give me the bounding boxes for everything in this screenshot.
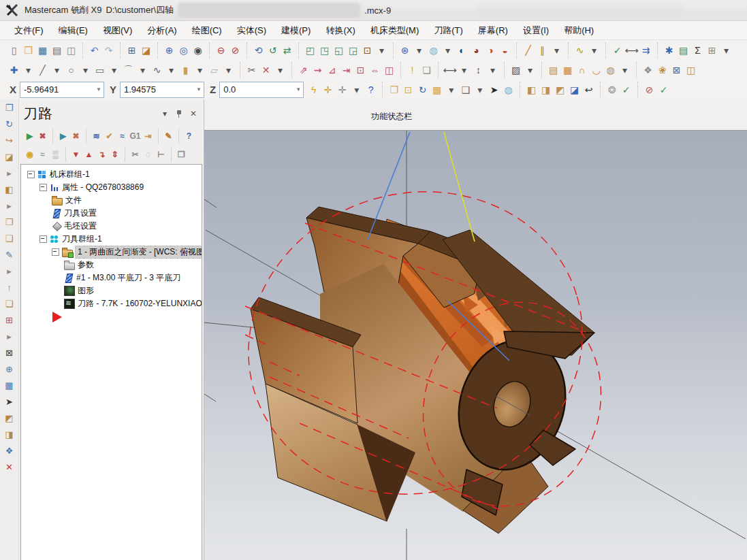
translucent-icon[interactable]: ◕ — [469, 43, 483, 57]
toolpath-help-icon[interactable]: ? — [182, 129, 195, 142]
open-file-icon[interactable]: ❒ — [21, 43, 35, 57]
front-view-icon[interactable]: ◳ — [317, 43, 332, 57]
collapse-box-icon[interactable] — [52, 248, 59, 256]
select-group-icon[interactable]: ⊡ — [401, 82, 415, 97]
repaint-icon[interactable]: ◪ — [139, 43, 153, 57]
validate-cursor-icon[interactable]: ✓ — [619, 82, 633, 97]
new-file-icon[interactable]: ▯ — [7, 43, 21, 57]
analyze-entity-icon[interactable]: ✓ — [610, 43, 624, 57]
trim-operations-icon[interactable]: ✂ — [129, 148, 142, 161]
flyout-arrow-icon[interactable]: ↪ — [3, 134, 16, 147]
solid-trim-icon[interactable]: ◫ — [684, 63, 698, 77]
curve-dropdown-icon[interactable]: ▾ — [587, 43, 601, 57]
grid-params-icon[interactable]: ⊞ — [705, 43, 719, 57]
section-cube-icon[interactable]: ◨ — [3, 428, 16, 441]
multi-thread-icon[interactable]: ❏ — [3, 297, 16, 310]
dim-horizontal-icon[interactable]: ⟷ — [443, 63, 457, 77]
line-dropdown-icon[interactable]: ▾ — [550, 43, 564, 57]
rect-dropdown-icon[interactable]: ▾ — [107, 63, 121, 77]
simulate-icon[interactable]: ≈ — [116, 129, 129, 142]
panel-collapse-icon[interactable]: ▾ — [160, 109, 170, 118]
edit-toolpath-icon[interactable]: ✎ — [162, 129, 175, 142]
viewsheet-icon[interactable]: ❑ — [3, 232, 16, 245]
no-entry-icon[interactable]: ⊘ — [642, 82, 656, 97]
selection-cube-icon[interactable]: ➤ — [3, 395, 16, 408]
fillet-dropdown-icon[interactable]: ▾ — [136, 63, 150, 77]
surface-rotate-icon[interactable]: ◍ — [603, 63, 618, 77]
tree-item-toolpath-group[interactable]: 刀具群组-1 — [21, 233, 202, 246]
menu-settings[interactable]: 设置(I) — [515, 22, 556, 39]
side-view-icon[interactable]: ◱ — [332, 43, 346, 57]
xform-stretch-icon[interactable]: ⇔ — [368, 63, 382, 77]
regenerate-selected-icon[interactable]: ▶ — [57, 129, 69, 142]
window-dropdown-icon[interactable]: ▾ — [473, 82, 487, 97]
shaded-icon[interactable]: ◍ — [426, 43, 441, 57]
zoom-target-icon[interactable]: ◎ — [176, 43, 191, 57]
grid-dropdown-icon[interactable]: ▾ — [719, 43, 733, 57]
create-surface-icon[interactable]: ▱ — [207, 63, 221, 77]
select-last-icon[interactable]: ↻ — [415, 82, 430, 97]
line-width-icon[interactable]: ∥ — [535, 43, 550, 57]
post-process-icon[interactable]: G1 — [129, 129, 142, 142]
note-icon[interactable]: ❏ — [419, 63, 434, 77]
move-up-icon[interactable]: ▲ — [82, 148, 95, 161]
menu-view[interactable]: 视图(V) — [95, 22, 140, 39]
select-solid-back-icon[interactable]: ◩ — [553, 82, 567, 97]
create-fillet-icon[interactable]: ⌒ — [121, 63, 136, 77]
select-cursor-icon[interactable]: ➤ — [487, 82, 501, 97]
tree-item-toolpath-file[interactable]: 刀路 - 7.7K - 160702-YELUNXIAO.I — [21, 297, 202, 310]
tree-item-tool[interactable]: #1 - M3.00 平底刀 - 3 平底刀 — [21, 271, 202, 284]
print-icon[interactable]: ▤ — [50, 43, 64, 57]
undo-icon[interactable]: ↶ — [87, 43, 101, 57]
hatch-dropdown-icon[interactable]: ▾ — [523, 63, 537, 77]
highfeed-icon[interactable]: ⇥ — [142, 129, 155, 142]
wireframe-cube-icon[interactable]: ⊠ — [3, 346, 16, 359]
wireframe-icon[interactable]: ⊛ — [398, 43, 412, 57]
expand-arrow-icon[interactable]: ▸ — [3, 265, 16, 278]
select-result-icon[interactable]: ❒ — [387, 82, 401, 97]
shade-off-icon[interactable]: ◒ — [498, 43, 512, 57]
xform-translate-icon[interactable]: ⇗ — [296, 63, 311, 77]
backplot-icon[interactable]: ≋ — [90, 129, 103, 142]
menu-help[interactable]: 帮助(H) — [556, 22, 601, 39]
surface-swept-icon[interactable]: ◡ — [589, 63, 603, 77]
tree-item-tool-settings[interactable]: 刀具设置 — [21, 207, 202, 220]
surface-rot-dropdown-icon[interactable]: ▾ — [618, 63, 632, 77]
autocursor-icon[interactable]: ✛ — [321, 82, 335, 97]
menu-model[interactable]: 建模(P) — [274, 22, 318, 39]
xform-dynamic-icon[interactable]: ⊿ — [325, 63, 339, 77]
collapse-box-icon[interactable] — [39, 184, 47, 191]
rotate-view-icon[interactable]: ↺ — [266, 43, 280, 57]
wireframe-dropdown-icon[interactable]: ▾ — [412, 43, 426, 57]
print-preview-icon[interactable]: ◫ — [64, 43, 78, 57]
flip-select-icon[interactable]: ◪ — [567, 82, 582, 97]
select-verify-icon[interactable]: ◍ — [501, 82, 515, 97]
delete-entity-icon[interactable]: ✕ — [3, 461, 16, 474]
lock-operations-icon[interactable]: ◉ — [23, 148, 36, 161]
create-spline-icon[interactable]: ∿ — [150, 63, 164, 77]
zoom-selected-icon[interactable]: ◉ — [191, 43, 205, 57]
surface-flat-icon[interactable]: ▦ — [560, 63, 575, 77]
y-coord-input[interactable] — [121, 84, 194, 95]
trim-icon[interactable]: ✂ — [244, 63, 259, 77]
planes-manager-icon[interactable]: ◧ — [3, 183, 16, 196]
x-coord-input[interactable] — [20, 84, 94, 95]
select-all-operations-icon[interactable]: ▶ — [23, 129, 36, 142]
select-solid-body-icon[interactable]: ◨ — [539, 82, 553, 97]
redo-icon[interactable]: ↷ — [101, 43, 116, 57]
x-coord-dropdown-icon[interactable]: ▼ — [94, 86, 104, 93]
tree-item-geometry[interactable]: 图形 — [21, 284, 202, 297]
dim-vertical-icon[interactable]: ↕ — [471, 63, 486, 77]
hatch-icon[interactable]: ▨ — [509, 63, 523, 77]
y-coord-dropdown-icon[interactable]: ▼ — [194, 86, 204, 93]
curve-style-icon[interactable]: ∿ — [573, 43, 587, 57]
verify-icon[interactable]: ✔ — [103, 129, 116, 142]
settings-gear-icon[interactable]: ✱ — [662, 43, 676, 57]
viewport-3d[interactable] — [204, 130, 747, 560]
menu-screen[interactable]: 屏幕(R) — [471, 22, 515, 39]
refresh-view-icon[interactable]: ↻ — [3, 118, 16, 131]
dock-panel-icon[interactable]: ❐ — [3, 101, 16, 114]
line-style-icon[interactable]: ╱ — [521, 43, 535, 57]
save-file-icon[interactable]: ▦ — [35, 43, 50, 57]
create-point-icon[interactable]: ✚ — [7, 63, 21, 77]
